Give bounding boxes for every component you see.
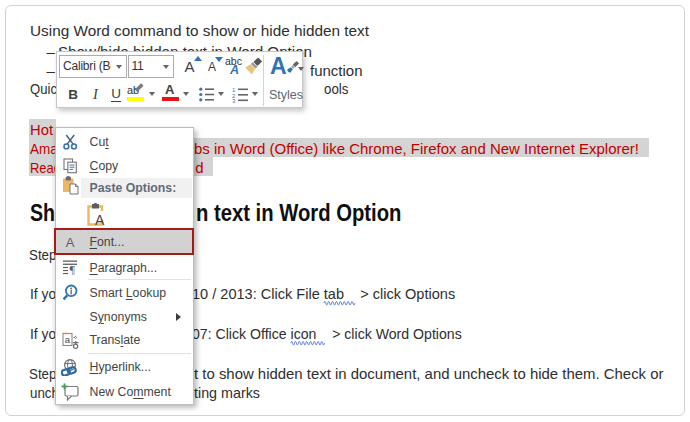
synonyms-submenu-arrow-icon <box>176 313 181 321</box>
text-part: 10 / 2013: Click File <box>192 285 324 302</box>
text-part: nonyms <box>104 310 147 324</box>
paste-icon <box>59 176 81 195</box>
doc-line4-right: ools <box>324 79 348 98</box>
new-comment-icon <box>59 383 81 401</box>
shrink-font-button[interactable]: A <box>202 55 222 78</box>
format-painter-icon <box>244 58 262 75</box>
access-key-letter: m <box>133 385 143 399</box>
menu-item-synonyms[interactable]: Synonyms <box>56 305 193 329</box>
text-highlight-button[interactable]: ab <box>126 83 148 106</box>
grow-font-icon: A <box>184 58 194 75</box>
menu-item-paste-options: Paste Options: <box>56 178 193 198</box>
access-key-letter: t <box>105 135 108 149</box>
menu-item-paragraph[interactable]: ¶ Paragraph... <box>56 256 193 279</box>
menu-item-label: New Comment <box>90 385 171 399</box>
shrink-font-icon: A <box>208 60 216 74</box>
menu-item-translate[interactable]: a Translate <box>56 329 193 353</box>
icon-part: A <box>230 63 239 77</box>
doc-step2-right: t to show hidden text in document, and u… <box>194 364 664 383</box>
font-size-combobox[interactable]: 11 <box>128 55 175 78</box>
underline-button[interactable]: U <box>107 83 125 106</box>
cut-icon <box>59 134 81 150</box>
text-part: > click Options <box>352 285 455 302</box>
menu-item-new-comment[interactable]: New Comment <box>56 380 193 405</box>
text-part: New Co <box>90 385 134 399</box>
translate-icon: a <box>59 332 81 349</box>
doc-line3-dash: – <box>46 61 54 80</box>
bullets-button[interactable] <box>197 83 217 106</box>
selected-text-row2-right: bs in Word (Office) like Chrome, Firefox… <box>194 139 639 158</box>
menu-item-smart-lookup[interactable]: Smart Lookup <box>56 281 193 305</box>
menu-item-label: Copy <box>90 159 119 173</box>
doc-heading-right: n text in Word Option <box>196 199 401 227</box>
text-part: > click Word Options <box>325 325 462 342</box>
menu-item-label: Paragraph... <box>90 261 158 275</box>
font-name-combobox[interactable]: Calibri (Bo <box>59 55 127 78</box>
font-size-dropdown-icon <box>163 65 169 69</box>
font-color-button[interactable]: A <box>160 83 182 106</box>
bullets-dropdown-icon[interactable] <box>218 92 224 96</box>
menu-item-label: Translate <box>90 333 141 347</box>
styles-icon: A <box>270 56 300 82</box>
doc-if2-right: 07: Click Office icon > click Word Optio… <box>192 324 462 343</box>
mini-toolbar: Calibri (Bo 11 A A abc A A Styles B I U <box>56 51 303 108</box>
menu-item-cut[interactable]: Cut <box>56 129 193 154</box>
menu-item-label: Hyperlink... <box>90 360 152 374</box>
text-part: ate <box>123 333 140 347</box>
text-part: aragraph... <box>98 261 157 275</box>
text-part: Smart <box>90 286 126 300</box>
paragraph-icon: ¶ <box>59 260 81 275</box>
menu-item-label: Synonyms <box>90 310 147 324</box>
context-menu: Cut Copy Paste Options: A A Font... <box>55 127 194 405</box>
menu-item-hyperlink[interactable]: Hyperlink... <box>56 355 193 380</box>
doc-line3-right: function <box>310 61 363 80</box>
text-part: Trans <box>90 333 121 347</box>
styles-dropdown-icon <box>298 67 304 71</box>
font-name-dropdown-icon <box>116 65 122 69</box>
text-part: ookup <box>133 286 167 300</box>
combo-arrow-area <box>111 56 126 77</box>
numbering-icon: 1 2 3 <box>232 87 248 103</box>
text-part: ont... <box>97 235 124 249</box>
access-key-letter: L <box>126 286 133 300</box>
menu-item-font[interactable]: A Font... <box>56 230 193 254</box>
doc-if1-right: 10 / 2013: Click File tab > click Option… <box>192 284 455 303</box>
svg-text:¶: ¶ <box>70 263 76 275</box>
doc-heading-left: Sh <box>30 199 55 227</box>
styles-label: Styles <box>269 88 303 102</box>
italic-icon: I <box>93 86 98 103</box>
selected-text-row3-right: d <box>195 158 203 177</box>
bold-button[interactable]: B <box>64 83 82 106</box>
format-painter-button[interactable] <box>241 55 264 78</box>
paste-option-keep-text-only[interactable]: A <box>56 198 193 229</box>
underline-icon: U <box>111 87 121 102</box>
selected-text-row1: Hot <box>30 120 53 139</box>
text-highlight-dropdown-icon[interactable] <box>149 92 155 96</box>
text-part: yperlink... <box>98 360 151 374</box>
doc-line2-dash: – <box>46 42 54 61</box>
access-key-letter: F <box>90 235 98 249</box>
bullets-icon <box>199 87 214 102</box>
toolbar-separator <box>263 55 264 106</box>
font-icon: A <box>59 235 81 250</box>
clear-formatting-icon: abc A <box>225 57 242 77</box>
svg-text:a: a <box>64 334 70 345</box>
numbering-button[interactable]: 1 2 3 <box>230 83 250 106</box>
text-part: S <box>90 310 98 324</box>
menu-item-label: Font... <box>90 235 125 249</box>
italic-button[interactable]: I <box>87 83 105 106</box>
access-key-letter: P <box>90 261 98 275</box>
text-part: Cu <box>90 135 106 149</box>
styles-button[interactable]: A Styles <box>266 55 302 106</box>
menu-item-label: Smart Lookup <box>90 286 167 300</box>
icon-part: A <box>165 82 174 97</box>
grammar-wavy-icon: icon <box>291 325 325 342</box>
menu-item-copy[interactable]: Copy <box>56 154 193 178</box>
copy-icon <box>59 158 81 174</box>
svg-text:3: 3 <box>232 98 236 103</box>
combo-arrow-area <box>158 56 173 77</box>
grow-font-button[interactable]: A <box>179 55 200 78</box>
font-color-dropdown-icon[interactable] <box>183 92 189 96</box>
text-part: ment <box>144 385 171 399</box>
numbering-dropdown-icon[interactable] <box>252 92 258 96</box>
